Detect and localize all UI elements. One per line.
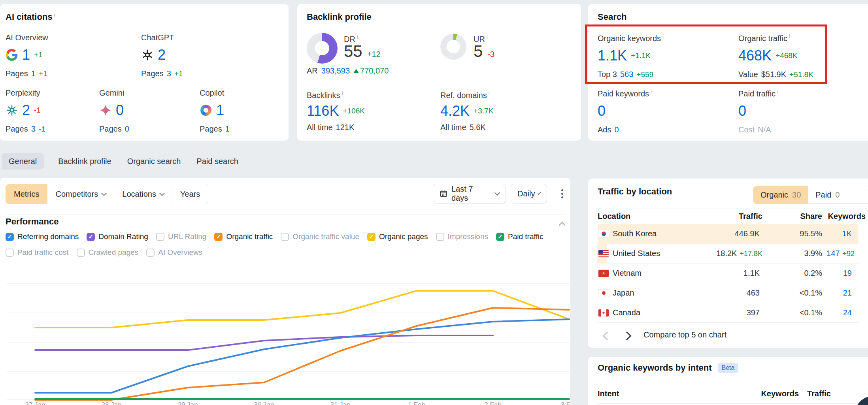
chatgpt-value[interactable]: 2 — [158, 47, 166, 63]
location-keywords: 147+92 — [811, 249, 855, 258]
country-flag-icon: ★ — [598, 270, 609, 277]
tab-backlink-profile[interactable]: Backlink profile — [57, 153, 113, 170]
checkbox-icon[interactable] — [436, 233, 444, 241]
chart-series-referring-domains[interactable] — [35, 319, 569, 393]
ur-donut-chart — [440, 34, 466, 60]
metric-checkbox-item[interactable]: ✓ Referring domains — [6, 232, 79, 241]
info-icon[interactable]: i — [54, 12, 55, 18]
paid-count: 0 — [835, 190, 840, 200]
column-header-traffic[interactable]: Traffic — [677, 212, 762, 221]
info-icon[interactable]: i — [489, 90, 490, 96]
country-flag-icon — [598, 250, 609, 257]
locations-filter-button[interactable]: Locations — [114, 184, 172, 204]
metric-checkbox-item[interactable]: AI Overviews — [146, 248, 202, 257]
compare-top5-link[interactable]: Compare top 5 on chart — [643, 330, 726, 339]
stat-paid-traffic: Paid traffici 0 CostN/A — [738, 89, 857, 134]
ai-overview-value[interactable]: 1 — [22, 47, 30, 63]
years-filter-button[interactable]: Years — [172, 184, 208, 204]
checkbox-icon[interactable]: ✓ — [367, 233, 376, 241]
collapse-chevron-up-icon[interactable] — [559, 222, 566, 229]
beta-badge: Beta — [718, 363, 738, 373]
chatgpt-pages[interactable]: 3 — [167, 69, 171, 78]
perplexity-pages[interactable]: 3 — [31, 124, 36, 134]
copilot-pages[interactable]: 1 — [225, 124, 230, 134]
x-axis-tick-label: 1 Feb — [408, 401, 425, 405]
page-previous-chevron[interactable] — [603, 332, 612, 341]
stat-paid-keywords: Paid keywordsi 0 Ads0 — [598, 89, 716, 134]
more-options-kebab-menu[interactable] — [561, 193, 563, 195]
perplexity-value[interactable]: 2 — [22, 102, 30, 119]
checkbox-icon[interactable] — [146, 249, 155, 257]
gemini-icon — [99, 104, 112, 117]
checkbox-icon[interactable] — [6, 249, 14, 257]
google-icon — [6, 49, 18, 61]
chart-series-domain-rating[interactable] — [35, 335, 493, 350]
column-header-location[interactable]: Location — [598, 212, 630, 221]
info-icon[interactable]: i — [342, 90, 343, 96]
tab-paid-search[interactable]: Paid search — [195, 153, 240, 170]
checkbox-icon[interactable]: ✓ — [214, 233, 223, 241]
traffic-by-location-card: Traffic by location Organic 30 Paid 0 Lo… — [588, 179, 868, 348]
metric-checkbox-item[interactable]: ✓ Domain Rating — [87, 232, 148, 241]
metric-checkbox-item[interactable]: Paid traffic cost — [6, 248, 69, 257]
toggle-organic[interactable]: Organic 30 — [753, 186, 808, 203]
location-table-row[interactable]: Japan 463 <0.1% 21 — [598, 283, 859, 303]
location-traffic: 397 — [677, 308, 762, 317]
location-table-row[interactable]: South Korea 446.9K 95.5% 1K — [598, 224, 859, 244]
performance-card: Metrics Competitors Locations Years Last… — [0, 178, 570, 405]
paid-keywords-value[interactable]: 0 — [598, 103, 606, 119]
metric-checkbox-item[interactable]: ✓ Organic pages — [367, 232, 428, 241]
toggle-paid[interactable]: Paid 0 — [808, 186, 868, 203]
location-table-row[interactable]: ★ Canada 397 <0.1% 24 — [598, 303, 859, 323]
ar-change: 770,070 — [353, 66, 389, 75]
info-icon[interactable]: i — [777, 89, 778, 94]
column-header-keywords[interactable]: Keywords — [811, 212, 866, 221]
ar-value[interactable]: 393,593 — [321, 66, 350, 75]
page-next-chevron[interactable] — [623, 332, 632, 341]
metric-checkbox-item[interactable]: ✓ Paid traffic — [496, 232, 543, 241]
granularity-button[interactable]: Daily — [511, 184, 547, 203]
ai-overview-pages[interactable]: 1 — [31, 69, 36, 78]
metric-checkbox-item[interactable]: Impressions — [436, 232, 488, 241]
chevron-down-icon — [101, 190, 107, 196]
ref-domains-change: +3.7K — [474, 107, 493, 115]
metric-checkbox-item[interactable]: URL Rating — [156, 232, 207, 241]
location-table-row[interactable]: ★ Vietnam 1.1K 0.2% 19 — [598, 264, 859, 283]
checkbox-icon[interactable]: ✓ — [6, 233, 14, 241]
ur-change: -3 — [487, 50, 494, 59]
backlink-profile-title: Backlink profile — [307, 12, 372, 22]
column-header-intent-keywords[interactable]: Keywords — [738, 389, 799, 398]
performance-line-chart[interactable]: 27 Jan28 Jan29 Jan30 Jan31 Jan1 Feb2 Feb… — [0, 261, 570, 405]
country-flag-icon: ★ — [598, 309, 609, 316]
gemini-pages[interactable]: 0 — [125, 124, 129, 134]
metric-checkbox-item[interactable]: Crawled pages — [77, 248, 139, 257]
metric-checkbox-item[interactable]: Organic traffic value — [281, 232, 359, 241]
checkbox-icon[interactable] — [77, 249, 85, 257]
checkbox-icon[interactable]: ✓ — [496, 233, 504, 241]
metric-checkbox-item[interactable]: ✓ Organic traffic — [214, 232, 273, 241]
paid-traffic-value[interactable]: 0 — [738, 103, 746, 119]
x-axis-tick-label: 28 Jan — [101, 401, 121, 405]
ref-domains-value[interactable]: 4.2K — [440, 103, 470, 119]
column-header-intent[interactable]: Intent — [598, 389, 619, 398]
location-traffic: 1.1K — [677, 269, 762, 278]
column-header-intent-traffic[interactable]: Traffic — [794, 389, 831, 398]
tab-general[interactable]: General — [2, 153, 44, 170]
dr-value: 55 — [344, 42, 362, 61]
info-icon[interactable]: i — [651, 89, 652, 94]
location-table-row[interactable]: United States 18.2K+17.8K 3.9% 147+92 — [598, 244, 859, 264]
info-icon[interactable]: i — [357, 34, 358, 40]
info-icon[interactable]: i — [487, 34, 488, 40]
gemini-value[interactable]: 0 — [116, 102, 124, 119]
backlinks-value[interactable]: 116K — [307, 103, 339, 119]
tab-organic-search[interactable]: Organic search — [126, 153, 183, 170]
checkbox-icon[interactable] — [156, 233, 164, 241]
metrics-filter-button[interactable]: Metrics — [6, 184, 47, 204]
ur-value: 5 — [474, 42, 483, 61]
metric-toggles-row-2: Paid traffic cost Crawled pages AI Overv… — [6, 248, 202, 257]
date-range-button[interactable]: Last 7 days — [433, 184, 506, 203]
copilot-value[interactable]: 1 — [216, 102, 224, 119]
checkbox-icon[interactable]: ✓ — [87, 233, 95, 241]
checkbox-icon[interactable] — [281, 233, 289, 241]
competitors-filter-button[interactable]: Competitors — [47, 184, 114, 204]
